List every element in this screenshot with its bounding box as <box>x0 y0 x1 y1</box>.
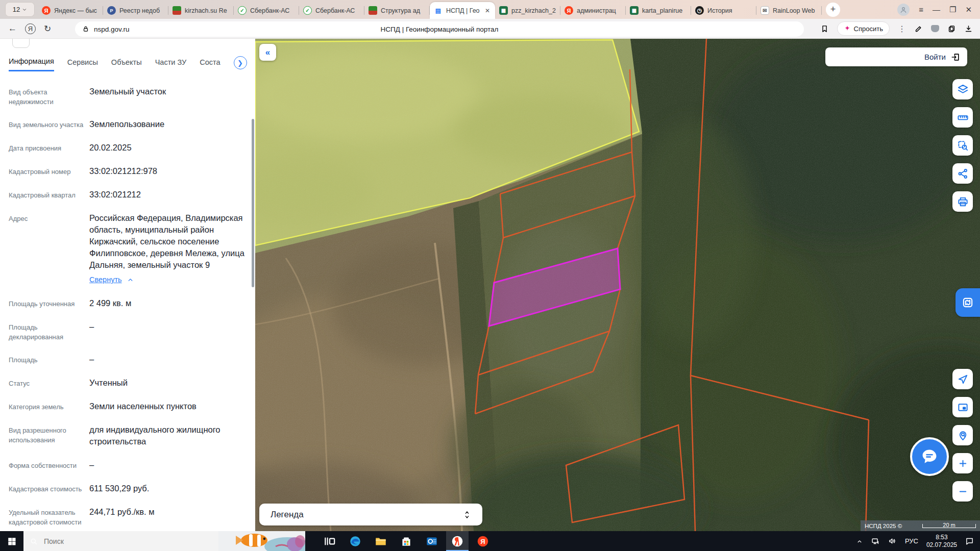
field-row: Кадастровый квартал33:02:021212 <box>9 189 247 201</box>
chevron-up-icon <box>127 277 134 283</box>
notification-icon[interactable] <box>965 537 974 545</box>
zoom-in-button[interactable] <box>952 453 973 473</box>
tray-expand-icon[interactable] <box>856 538 863 545</box>
volume-icon[interactable] <box>888 537 897 545</box>
field-value: Российская Федерация, Владимирская облас… <box>89 212 247 286</box>
browser-tab[interactable]: ЯЯндекс — быс <box>38 2 103 19</box>
taskbar-app-explorer[interactable] <box>370 531 392 551</box>
taskbar-app-yandex[interactable]: Я <box>472 531 494 551</box>
network-icon[interactable] <box>871 537 880 545</box>
field-label: Вид объекта недвижимости <box>9 86 89 107</box>
panel-tab-соста[interactable]: Соста <box>200 58 220 71</box>
url-text: nspd.gov.ru <box>94 26 130 33</box>
layers-icon <box>957 84 969 95</box>
zoom-out-button[interactable] <box>952 481 973 502</box>
taskbar-app-edge[interactable] <box>344 531 366 551</box>
yandex-home-button[interactable]: Я <box>25 23 36 34</box>
address-bar-actions: Спросить ⋮ <box>820 21 980 36</box>
login-icon <box>950 52 961 62</box>
locate-button[interactable] <box>952 369 973 389</box>
print-button[interactable] <box>952 191 973 212</box>
taskbar-app-outlook[interactable] <box>421 531 443 551</box>
ask-ai-button[interactable]: Спросить <box>837 21 890 36</box>
collections-icon[interactable] <box>947 24 956 33</box>
field-value: 611 530,29 руб. <box>89 483 247 494</box>
more-menu-button[interactable]: ⋮ <box>898 24 906 34</box>
zoom-out-icon <box>957 486 969 497</box>
browser-tab[interactable]: ◷История <box>691 2 756 19</box>
browser-tab[interactable]: Яадминистрац <box>560 2 626 19</box>
panel-scrollbar[interactable] <box>252 119 254 287</box>
field-row: СтатусУчтенный <box>9 377 247 389</box>
tab-title: RainLoop Web <box>773 7 818 14</box>
overview-frame-button[interactable] <box>952 397 973 417</box>
search-input[interactable] <box>43 537 196 546</box>
field-label: Кадастровая стоимость <box>9 483 89 494</box>
field-label: Кадастровый номер <box>9 165 89 177</box>
extension-icon[interactable] <box>931 25 939 32</box>
browser-tab[interactable]: ✓Сбербанк-АС <box>234 2 299 19</box>
language-indicator[interactable]: РУС <box>905 537 918 545</box>
layers-button[interactable] <box>952 79 973 99</box>
browser-tab[interactable]: Структура ад <box>364 2 430 19</box>
browser-tab[interactable]: ✓Сбербанк-АС <box>299 2 364 19</box>
bookmark-icon[interactable] <box>820 24 829 33</box>
field-value: 2 499 кв. м <box>89 297 247 309</box>
tab-title: Структура ад <box>381 7 426 14</box>
print-icon <box>957 196 969 208</box>
start-button[interactable] <box>0 531 23 551</box>
browser-menu-button[interactable]: ≡ <box>919 5 923 14</box>
object-info-panel: ИнформацияСервисыОбъектыЧасти ЗУСоста❯П … <box>0 39 255 531</box>
legend-bar[interactable]: Легенда <box>259 504 482 525</box>
browser-tab[interactable]: ▤НСПД | Гео✕ <box>430 2 495 19</box>
panel-tab-сервисы[interactable]: Сервисы <box>67 58 98 71</box>
map-attribution: НСПД 2025 © 20 m <box>861 520 980 531</box>
panel-tab-информация[interactable]: Информация <box>9 57 54 71</box>
tab-counter[interactable]: 12 <box>5 2 35 17</box>
share-button[interactable] <box>952 163 973 184</box>
share-icon <box>957 168 969 180</box>
field-label: Вид земельного участка <box>9 118 89 130</box>
close-button[interactable]: ✕ <box>965 5 972 14</box>
new-tab-button[interactable]: + <box>826 3 840 17</box>
map-sheet-icon <box>961 296 974 309</box>
panel-tab-части зу[interactable]: Части ЗУ <box>155 58 187 71</box>
url-field[interactable]: nspd.gov.ru НСПД | Геоинформационный пор… <box>75 21 804 37</box>
clipped-panel-button[interactable] <box>12 39 30 48</box>
ruler-button[interactable] <box>952 107 973 128</box>
download-icon[interactable] <box>964 24 973 33</box>
taskbar-app-store[interactable] <box>395 531 418 551</box>
panel-collapse-button[interactable]: « <box>259 44 276 61</box>
map-viewport[interactable]: « Войти Легенда НСПД 2025 © 20 m <box>255 39 980 531</box>
browser-tab[interactable]: ✉RainLoop Web <box>756 2 822 19</box>
tab-close-icon[interactable]: ✕ <box>484 7 491 14</box>
browser-tab[interactable]: kirzhach.su Re <box>168 2 234 19</box>
panel-tab-объекты[interactable]: Объекты <box>111 58 142 71</box>
nspd-widget-button[interactable] <box>955 288 980 317</box>
ruler-icon <box>957 112 969 123</box>
taskbar-search[interactable] <box>23 531 305 551</box>
browser-tab[interactable]: РРеестр недоб <box>103 2 168 19</box>
profile-avatar[interactable] <box>897 4 910 16</box>
taskbar-app-task-view[interactable] <box>318 531 341 551</box>
collapse-address-link[interactable]: Свернуть <box>89 274 134 286</box>
area-search-button[interactable] <box>952 135 973 156</box>
login-bar[interactable]: Войти <box>825 47 967 66</box>
herb-favicon-icon <box>369 6 377 15</box>
minimize-button[interactable]: — <box>933 5 940 14</box>
location-search-button[interactable] <box>952 425 973 445</box>
browser-tab[interactable]: ▦pzz_kirzhach_2 <box>495 2 560 19</box>
back-button[interactable]: ← <box>8 23 17 34</box>
chevron-down-icon <box>22 7 27 12</box>
panel-tabs-next-button[interactable]: ❯ <box>234 56 247 69</box>
taskbar-app-yandex-browser[interactable] <box>446 531 469 551</box>
chat-fab[interactable] <box>910 437 949 476</box>
tab-title: Сбербанк-АС <box>315 7 360 14</box>
maximize-button[interactable]: ❐ <box>949 5 956 14</box>
tab-title: НСПД | Гео <box>446 7 480 14</box>
outlook-icon <box>425 535 438 548</box>
taskbar-clock[interactable]: 8:53 02.07.2025 <box>926 534 957 549</box>
pen-extension-icon[interactable] <box>914 24 923 33</box>
reload-button[interactable]: ↻ <box>44 23 51 34</box>
browser-tab[interactable]: ▦karta_planirue <box>626 2 691 19</box>
